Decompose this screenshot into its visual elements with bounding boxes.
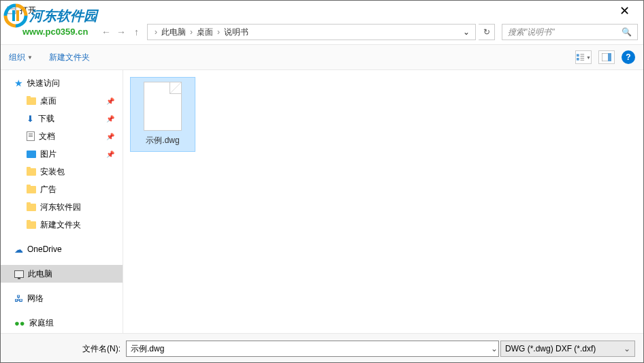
- file-item[interactable]: 示例.dwg: [130, 77, 195, 152]
- chevron-right-icon: ›: [190, 27, 193, 37]
- file-list[interactable]: 示例.dwg: [123, 70, 643, 333]
- forward-button[interactable]: →: [116, 27, 126, 37]
- sidebar-item-install-pkg[interactable]: 安装包: [1, 163, 123, 180]
- network-icon: 🖧: [14, 294, 23, 304]
- close-button[interactable]: ✕: [611, 3, 638, 18]
- help-button[interactable]: ?: [622, 50, 635, 64]
- breadcrumb-item[interactable]: 桌面: [197, 27, 213, 38]
- chevron-down-icon[interactable]: ⌄: [491, 344, 498, 353]
- view-mode-button[interactable]: ▼: [575, 50, 592, 64]
- download-icon: ⬇: [27, 114, 34, 124]
- svg-rect-8: [581, 60, 585, 61]
- titlebar: 打开 ✕: [1, 1, 643, 20]
- sidebar-item-onedrive[interactable]: ☁ OneDrive: [1, 240, 123, 258]
- svg-rect-3: [577, 54, 579, 57]
- pc-icon: [14, 270, 24, 278]
- picture-icon: [27, 151, 36, 158]
- back-button[interactable]: ←: [101, 27, 111, 37]
- search-placeholder: 搜索"说明书": [508, 27, 622, 38]
- sidebar-item-network[interactable]: 🖧 网络: [1, 289, 123, 307]
- preview-pane-button[interactable]: [598, 50, 615, 64]
- filetype-select[interactable]: DWG (*.dwg) DXF (*.dxf) ⌄: [500, 341, 635, 357]
- chevron-down-icon: ⌄: [624, 344, 630, 353]
- breadcrumb-dropdown[interactable]: ⌄: [463, 27, 470, 37]
- document-icon: [27, 131, 35, 141]
- chevron-down-icon: ▼: [27, 54, 33, 61]
- window-title: 打开: [20, 5, 638, 16]
- breadcrumb-item[interactable]: 说明书: [224, 27, 248, 38]
- file-name: 示例.dwg: [146, 135, 179, 146]
- app-icon: [6, 5, 17, 16]
- folder-icon: [27, 221, 36, 229]
- toolbar: 组织 ▼ 新建文件夹 ▼ ?: [1, 44, 643, 70]
- footer: 文件名(N): ⌄ DWG (*.dwg) DXF (*.dxf) ⌄ 打开(O…: [1, 333, 643, 363]
- sidebar-item-documents[interactable]: 文档 📌: [1, 127, 123, 145]
- pin-icon: 📌: [106, 151, 114, 158]
- svg-rect-4: [581, 54, 585, 54]
- up-button[interactable]: ↑: [134, 27, 139, 37]
- file-icon: [144, 82, 182, 131]
- folder-icon: [27, 97, 36, 105]
- filename-label: 文件名(N):: [82, 343, 120, 355]
- search-input[interactable]: 搜索"说明书" 🔍: [502, 24, 638, 40]
- homegroup-icon: ●●: [14, 318, 25, 328]
- sidebar-item-desktop[interactable]: 桌面 📌: [1, 92, 123, 110]
- svg-rect-2: [7, 7, 16, 14]
- cloud-icon: ☁: [14, 244, 23, 255]
- chevron-right-icon: ›: [155, 27, 157, 37]
- pin-icon: 📌: [106, 133, 114, 140]
- sidebar-item-quick-access[interactable]: ★ 快速访问: [1, 74, 123, 92]
- new-folder-button[interactable]: 新建文件夹: [49, 52, 90, 63]
- pin-icon: 📌: [106, 115, 114, 123]
- svg-rect-6: [577, 58, 579, 61]
- star-icon: ★: [14, 78, 23, 89]
- filename-input[interactable]: [126, 341, 499, 357]
- sidebar: ★ 快速访问 桌面 📌 ⬇ 下载 📌 文档 📌 图片 📌 安装包: [1, 70, 123, 333]
- pin-icon: 📌: [106, 97, 114, 105]
- breadcrumb-item[interactable]: 此电脑: [161, 27, 186, 38]
- chevron-right-icon: ›: [217, 27, 220, 37]
- folder-icon: [27, 186, 36, 193]
- svg-rect-5: [581, 56, 585, 57]
- folder-icon: [27, 168, 36, 176]
- nav-bar: ← → ↑ › 此电脑 › 桌面 › 说明书 ⌄ ↻ 搜索"说明书" 🔍: [1, 20, 643, 44]
- sidebar-item-hedong[interactable]: 河东软件园: [1, 198, 123, 216]
- search-icon[interactable]: 🔍: [622, 27, 632, 37]
- sidebar-item-new-folder[interactable]: 新建文件夹: [1, 216, 123, 234]
- svg-rect-7: [581, 58, 585, 59]
- sidebar-item-ads[interactable]: 广告: [1, 180, 123, 198]
- folder-icon: [27, 204, 36, 211]
- refresh-button[interactable]: ↻: [479, 24, 495, 40]
- svg-rect-10: [608, 53, 611, 61]
- sidebar-item-homegroup[interactable]: ●● 家庭组: [1, 314, 123, 332]
- organize-button[interactable]: 组织 ▼: [9, 52, 33, 63]
- sidebar-item-pictures[interactable]: 图片 📌: [1, 145, 123, 163]
- breadcrumb[interactable]: › 此电脑 › 桌面 › 说明书 ⌄: [147, 24, 476, 40]
- sidebar-item-this-pc[interactable]: 此电脑: [1, 265, 123, 283]
- chevron-down-icon: ▼: [586, 55, 591, 60]
- sidebar-item-downloads[interactable]: ⬇ 下载 📌: [1, 110, 123, 127]
